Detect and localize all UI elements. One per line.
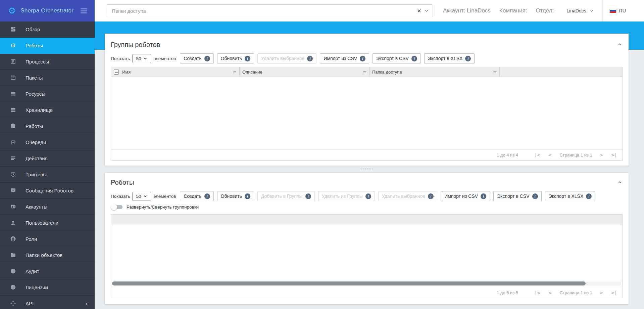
robots-button-обновить[interactable]: Обновитьi bbox=[217, 191, 254, 201]
groups-button-экспорт-в-xlsx[interactable]: Экспорт в XLSXi bbox=[424, 53, 475, 63]
robots-collapse-chevron-icon[interactable] bbox=[617, 180, 623, 185]
person-icon bbox=[10, 220, 17, 226]
robots-button-экспорт-в-xlsx[interactable]: Экспорт в XLSXi bbox=[545, 191, 596, 201]
account-select-value: LinaDocs bbox=[566, 8, 586, 13]
sidebar-item-label: Пользователи bbox=[26, 220, 88, 226]
sidebar-item-хранилище[interactable]: Хранилище bbox=[0, 102, 95, 118]
sidebar-item-label: Роли bbox=[26, 236, 88, 242]
folder-icon bbox=[10, 252, 17, 259]
groups-page-size-select[interactable]: 50 bbox=[132, 54, 151, 63]
sidebar-item-лицензии[interactable]: Лицензии bbox=[0, 279, 95, 296]
column-header-name[interactable]: Имя≡ bbox=[111, 67, 240, 77]
groups-button-создать[interactable]: Создатьi bbox=[180, 53, 213, 63]
button-label: Обновить bbox=[221, 193, 242, 199]
account-select[interactable]: LinaDocs bbox=[566, 8, 593, 13]
sidebar-item-обзор[interactable]: Обзор bbox=[0, 21, 95, 38]
column-header-1[interactable]: Описание≡ bbox=[240, 67, 369, 77]
groups-pagination: 1 до 4 из 4 |< < Страница 1 из 1 > >| bbox=[111, 149, 622, 160]
robots-button-импорт-из-csv[interactable]: Импорт из CSVi bbox=[441, 191, 490, 201]
sidebar-header: ⚙ Sherpa Orchestrator bbox=[0, 0, 95, 21]
panel-splitter-handle[interactable]: ················ bbox=[105, 168, 629, 171]
sidebar-item-аккаунты[interactable]: Аккаунты bbox=[0, 199, 95, 215]
robots-table: 1 до 5 из 5 |< < Страница 1 из 1 > >| bbox=[111, 214, 623, 298]
column-menu-icon[interactable]: ≡ bbox=[361, 70, 366, 75]
search-dropdown-chevron-icon[interactable] bbox=[425, 9, 429, 13]
robots-button-удалить-выбранное[interactable]: Удалить выбранноеi bbox=[378, 191, 437, 201]
sidebar-item-процессы[interactable]: Процессы bbox=[0, 54, 95, 70]
sidebar-item-label: Папки объектов bbox=[26, 252, 88, 258]
person-circle-icon bbox=[10, 236, 17, 242]
sidebar-item-папки-объектов[interactable]: Папки объектов bbox=[0, 247, 95, 263]
sidebar-item-работы[interactable]: Работы bbox=[0, 118, 95, 134]
search-clear-icon[interactable]: × bbox=[414, 7, 425, 15]
groups-button-обновить[interactable]: Обновитьi bbox=[217, 53, 254, 63]
groups-prev-page-button[interactable]: < bbox=[548, 152, 552, 158]
robots-prev-page-button[interactable]: < bbox=[548, 290, 552, 295]
folders-search-input[interactable] bbox=[112, 8, 414, 14]
grouping-toggle-switch[interactable] bbox=[111, 205, 122, 209]
sidebar-item-label: API bbox=[26, 301, 85, 306]
sidebar-item-роли[interactable]: Роли bbox=[0, 231, 95, 247]
horizontal-scrollbar[interactable] bbox=[112, 281, 621, 285]
groups-table: Имя≡Описание≡Папка доступа≡ 1 до 4 из 4 … bbox=[111, 67, 623, 161]
groups-next-page-button[interactable]: > bbox=[600, 152, 604, 158]
info-icon: i bbox=[532, 193, 538, 199]
sidebar-item-аудит[interactable]: Аудит bbox=[0, 263, 95, 279]
groups-button-импорт-из-csv[interactable]: Импорт из CSVi bbox=[320, 53, 369, 63]
sidebar-item-очереди[interactable]: Очереди bbox=[0, 134, 95, 150]
info-icon: i bbox=[465, 56, 471, 61]
groups-panel-title: Группы роботов bbox=[105, 34, 629, 49]
sidebar-item-действия[interactable]: Действия bbox=[0, 150, 95, 167]
id-card-icon bbox=[10, 204, 17, 210]
horizontal-scrollbar-thumb[interactable] bbox=[112, 281, 586, 285]
robots-next-page-button[interactable]: > bbox=[600, 290, 604, 295]
sidebar-item-роботы[interactable]: Роботы bbox=[0, 38, 95, 54]
groups-button-экспорт-в-csv[interactable]: Экспорт в CSVi bbox=[373, 53, 421, 63]
robots-button-создать[interactable]: Создатьi bbox=[180, 191, 213, 201]
clock-icon bbox=[10, 171, 17, 178]
info-icon: i bbox=[428, 193, 434, 199]
sidebar-item-сообщения-роботов[interactable]: Сообщения Роботов bbox=[0, 183, 95, 199]
column-menu-icon[interactable]: ≡ bbox=[491, 70, 497, 75]
robots-panel-title: Роботы bbox=[105, 173, 629, 186]
groups-button-удалить-выбранное[interactable]: Удалить выбранноеi bbox=[257, 53, 316, 63]
language-switcher[interactable]: RU bbox=[609, 8, 626, 13]
robots-button-удалить-из-группы[interactable]: Удалить из Группыi bbox=[318, 191, 375, 201]
groups-collapse-chevron-icon[interactable] bbox=[617, 42, 623, 47]
info-icon: i bbox=[305, 193, 311, 199]
menu-hamburger-icon[interactable] bbox=[81, 8, 87, 13]
sidebar-item-ресурсы[interactable]: Ресурсы bbox=[0, 86, 95, 102]
robots-first-page-button[interactable]: |< bbox=[535, 290, 541, 295]
storage-icon bbox=[10, 107, 17, 114]
sidebar-item-api[interactable]: API› bbox=[0, 296, 95, 309]
column-label: Папка доступа bbox=[372, 70, 402, 75]
grouping-toggle-row: Развернуть/Свернуть группировки bbox=[111, 205, 623, 210]
sidebar-item-label: Ресурсы bbox=[26, 91, 88, 97]
sidebar: ⚙ Sherpa Orchestrator ОбзорРоботыПроцесс… bbox=[0, 0, 95, 309]
sidebar-item-пользователи[interactable]: Пользователи bbox=[0, 215, 95, 231]
robots-button-добавить-в-группы[interactable]: Добавить в Группыi bbox=[257, 191, 315, 201]
robots-page-size-select[interactable]: 50 bbox=[132, 192, 151, 201]
groups-last-page-button[interactable]: >| bbox=[611, 152, 617, 158]
sidebar-item-триггеры[interactable]: Триггеры bbox=[0, 167, 95, 183]
groups-toolbar: Показать 50 элементов СоздатьiОбновитьiУ… bbox=[111, 53, 623, 63]
robots-last-page-button[interactable]: >| bbox=[611, 290, 617, 295]
api-icon bbox=[10, 300, 17, 307]
column-menu-icon[interactable]: ≡ bbox=[231, 70, 237, 75]
page-size-chevron-icon bbox=[143, 194, 147, 198]
message-icon bbox=[10, 187, 17, 194]
russian-flag-icon bbox=[609, 9, 616, 13]
row-checkbox[interactable] bbox=[114, 70, 119, 75]
button-label: Обновить bbox=[221, 56, 242, 61]
sidebar-item-label: Аудит bbox=[26, 268, 88, 274]
info-icon: i bbox=[481, 193, 486, 199]
groups-items-label: элементов bbox=[153, 56, 176, 61]
column-header-2[interactable]: Папка доступа≡ bbox=[369, 67, 500, 77]
account-select-chevron-icon bbox=[590, 9, 594, 13]
groups-first-page-button[interactable]: |< bbox=[535, 152, 541, 158]
folders-search-box[interactable]: × bbox=[107, 4, 433, 17]
sidebar-item-пакеты[interactable]: Пакеты bbox=[0, 70, 95, 86]
sidebar-item-label: Сообщения Роботов bbox=[26, 188, 88, 193]
robots-button-экспорт-в-csv[interactable]: Экспорт в CSVi bbox=[493, 191, 542, 201]
dashboard-icon bbox=[10, 26, 17, 33]
